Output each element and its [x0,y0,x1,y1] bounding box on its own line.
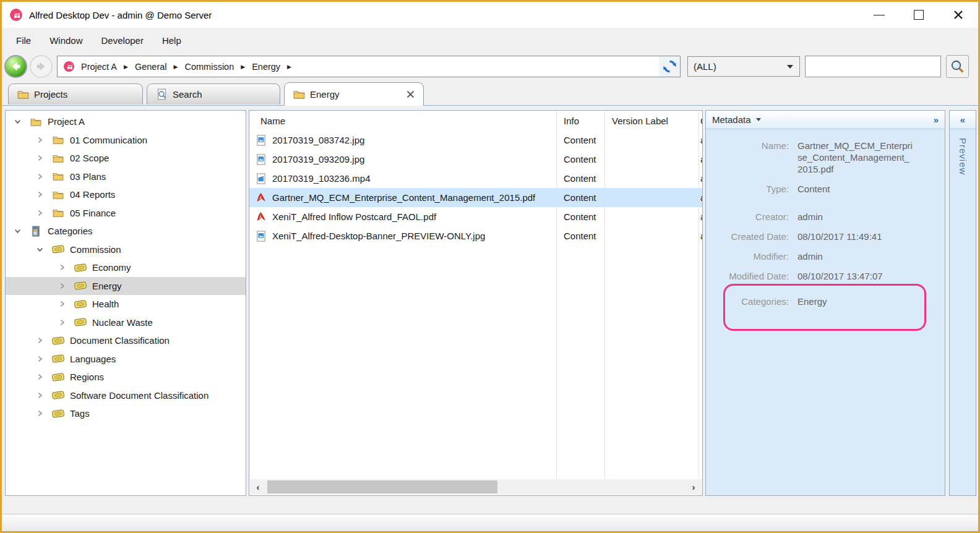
tree-item-health[interactable]: Health [6,295,246,313]
tree-item-commission[interactable]: Commission [6,241,246,259]
chevron-right-icon[interactable] [37,410,51,417]
scroll-right-icon[interactable]: › [686,482,702,492]
menu-help[interactable]: Help [153,32,191,49]
column-header-name[interactable]: Name [249,116,556,126]
breadcrumb-segment-project-a[interactable]: Project A [80,59,118,74]
pdf-file-icon [256,211,267,223]
field-label: Name: [706,140,789,175]
chevron-right-icon[interactable] [37,373,51,381]
breadcrumb-segment-general[interactable]: General [134,59,168,74]
tree-item-01-communication[interactable]: 01 Communication [6,131,246,150]
file-info: Content [556,192,604,203]
breadcrumb-separator-icon[interactable]: ▶ [235,64,251,70]
tab-search[interactable]: Search [147,83,280,104]
breadcrumb-separator-icon[interactable]: ▶ [118,64,134,70]
metadata-title[interactable]: Metadata [712,114,751,125]
tree-item-languages[interactable]: Languages [6,350,246,369]
close-button[interactable] [939,2,978,28]
search-button[interactable] [946,55,969,78]
menu-file[interactable]: File [7,32,40,49]
file-name: Gartner_MQ_ECM_Enterprise_Content_Manage… [272,192,535,203]
maximize-button[interactable] [899,2,939,28]
chevron-right-icon[interactable] [37,391,51,399]
forward-button[interactable] [30,55,53,78]
scroll-left-icon[interactable]: ‹ [250,482,266,492]
menu-developer[interactable]: Developer [92,32,153,49]
column-separator[interactable] [556,111,557,478]
minimize-button[interactable] [859,2,899,28]
folder-icon [51,171,65,182]
filter-dropdown[interactable]: (ALL) [687,56,800,77]
tree-item-economy[interactable]: Economy [6,258,246,277]
chevron-right-icon[interactable] [59,264,74,271]
collapse-left-icon[interactable]: « [960,114,965,125]
tree-item-04-reports[interactable]: 04 Reports [6,185,246,204]
sync-button[interactable] [659,56,681,77]
chevron-right-icon[interactable] [37,355,51,362]
tree-item-categories[interactable]: Categories [6,222,246,241]
forward-arrow-icon [35,60,48,73]
folder-icon [29,116,43,127]
field-value: admin [797,250,921,262]
column-header-info[interactable]: Info [556,116,604,126]
category-icon [51,353,65,364]
tab-projects[interactable]: Projects [8,83,143,104]
file-row[interactable]: 20170319_103236.mp4 Content a [249,169,702,188]
breadcrumb-segment-commission[interactable]: Commission [183,59,235,74]
chevron-right-icon[interactable] [37,155,51,162]
column-header-version-label[interactable]: Version Label [604,116,698,126]
tree-item-project-a[interactable]: Project A [6,113,246,131]
menu-window[interactable]: Window [40,32,92,49]
file-row[interactable]: 20170319_093209.jpg Content a [249,150,702,169]
tree-item-nuclear-waste[interactable]: Nuclear Waste [6,313,246,332]
chevron-right-icon[interactable] [59,301,74,308]
tree-item-regions[interactable]: Regions [6,368,246,386]
tree-item-label: Document Classification [70,335,170,346]
tab-projects-label: Projects [34,89,67,100]
tree-item-05-finance[interactable]: 05 Finance [6,204,246,223]
tree-item-document-classification[interactable]: Document Classification [6,331,246,350]
chevron-right-icon[interactable] [37,173,51,180]
back-button[interactable] [4,55,27,78]
field-label: Modifier: [706,250,789,262]
breadcrumb-separator-icon[interactable]: ▶ [282,64,297,70]
chevron-down-icon[interactable] [14,118,29,126]
file-name: XeniT_Alfred Inflow Postcard_FAOL.pdf [272,211,436,222]
chevron-right-icon[interactable] [37,209,51,216]
chevron-down-icon[interactable] [37,245,51,253]
tree-item-energy[interactable]: Energy [6,277,246,296]
tab-close-icon[interactable] [406,90,415,98]
tree-item-label: Regions [70,372,104,382]
file-row[interactable]: XeniT_Alfred Inflow Postcard_FAOL.pdf Co… [249,207,702,226]
tree-item-03-plans[interactable]: 03 Plans [6,168,246,186]
tree-item-label: 03 Plans [70,171,106,182]
breadcrumb-segment-energy[interactable]: Energy [251,59,282,74]
file-info: Content [556,135,604,145]
chevron-right-icon[interactable] [37,136,51,143]
metadata-field-modified-date: Modified Date: 08/10/2017 13:47:07 [706,270,945,282]
chevron-down-icon[interactable] [756,118,761,121]
file-row[interactable]: 20170319_083742.jpg Content a [249,130,702,150]
tree-item-tags[interactable]: Tags [6,404,246,423]
tab-energy[interactable]: Energy [284,82,424,106]
tab-search-label: Search [173,89,202,100]
tree-item-02-scope[interactable]: 02 Scope [6,149,246,168]
preview-collapsed-panel: « Preview [949,110,976,496]
tab-preview[interactable]: Preview [958,138,968,175]
search-input[interactable] [805,56,941,77]
scrollbar-thumb[interactable] [267,480,497,493]
chevron-right-icon[interactable] [37,191,51,198]
horizontal-scrollbar[interactable]: ‹ › [250,479,702,495]
chevron-down-icon[interactable] [14,228,29,235]
chevron-right-icon[interactable] [37,337,51,344]
tree-item-software-document-classification[interactable]: Software Document Classification [6,386,246,405]
column-separator[interactable] [604,111,605,478]
chevron-right-icon[interactable] [59,318,74,326]
file-row-selected[interactable]: Gartner_MQ_ECM_Enterprise_Content_Manage… [249,188,702,207]
pdf-file-icon [256,192,267,203]
chevron-right-icon[interactable] [59,282,74,289]
file-row[interactable]: XeniT_Alfred-Desktop-Banner_PREVIEW-ONLY… [249,226,702,245]
column-separator[interactable] [698,111,699,478]
collapse-right-icon[interactable]: » [934,114,939,125]
breadcrumb-separator-icon[interactable]: ▶ [168,64,184,70]
